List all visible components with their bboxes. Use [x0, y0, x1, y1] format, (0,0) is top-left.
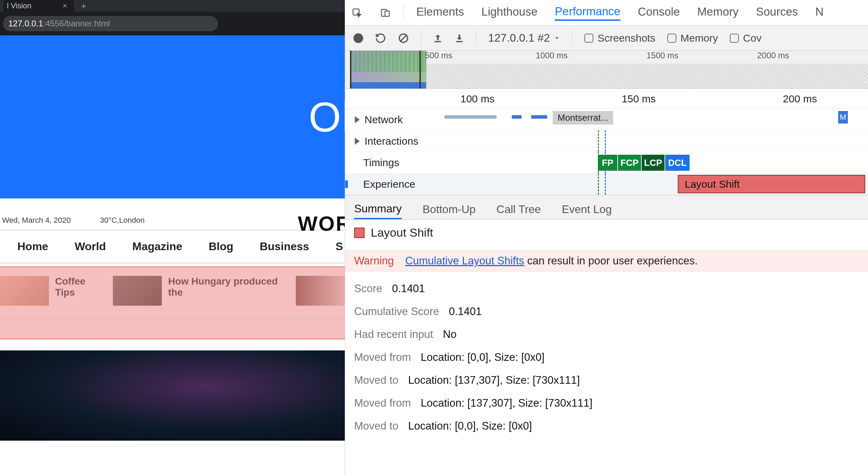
detail-tab-summary[interactable]: Summary	[354, 202, 402, 219]
marker-dcl[interactable]: DCL	[665, 155, 690, 171]
nav-item-home[interactable]: Home	[17, 240, 48, 253]
ruler-tick: 500 ms	[425, 51, 536, 64]
browser-tab[interactable]: l Vision ×	[3, 0, 74, 12]
kv-row: Moved toLocation: [0,0], Size: [0x0]	[354, 420, 859, 432]
kv-row: Score0.1401	[354, 282, 859, 295]
nav-item-blog[interactable]: Blog	[209, 240, 233, 253]
separator	[421, 31, 421, 45]
detail-tab-event-log[interactable]: Event Log	[562, 203, 612, 219]
tab-console[interactable]: Console	[638, 5, 680, 20]
svg-rect-4	[435, 41, 441, 42]
upload-icon[interactable]	[433, 33, 443, 43]
track-interactions[interactable]: Interactions	[345, 130, 868, 152]
details-pane: Layout Shift Warning Cumulative Layout S…	[345, 220, 868, 439]
separator	[476, 31, 476, 45]
tab-elements[interactable]: Elements	[416, 5, 464, 20]
details-heading: Layout Shift	[354, 226, 859, 239]
details-title: Layout Shift	[371, 226, 433, 239]
network-resource-short[interactable]: M	[838, 111, 848, 124]
timing-vline	[605, 130, 606, 152]
weather-location: 30°C,London	[100, 216, 145, 225]
tab-memory[interactable]: Memory	[697, 5, 738, 20]
perf-toolbar: 127.0.0.1 #2 Screenshots Memory Cov	[345, 26, 868, 51]
ruler-tick: 1000 ms	[536, 51, 646, 64]
browser-window: l Vision × + 127.0.0.1:4556/banner.html …	[0, 0, 345, 475]
track-experience[interactable]: Experience Layout Shift	[345, 173, 868, 195]
close-icon[interactable]: ×	[63, 1, 67, 10]
timing-vline	[598, 130, 599, 152]
flamechart: 100 ms 150 ms 200 ms Network Montserrat.…	[345, 89, 868, 195]
warning-row: Warning Cumulative Layout Shifts can res…	[345, 250, 868, 272]
svg-rect-2	[385, 11, 390, 16]
inspect-icon[interactable]	[351, 8, 362, 18]
profile-select[interactable]: 127.0.0.1 #2	[488, 32, 560, 44]
track-timings[interactable]: Timings FP FCP LCP DCL	[345, 152, 868, 173]
network-segment[interactable]	[512, 115, 521, 119]
coverage-checkbox[interactable]: Cov	[730, 32, 761, 44]
ruler-tick: 150 ms	[621, 93, 656, 105]
warning-link[interactable]: Cumulative Layout Shifts	[405, 255, 524, 267]
tab-lighthouse[interactable]: Lighthouse	[482, 5, 537, 20]
story-thumb	[0, 276, 49, 306]
marker-fcp[interactable]: FCP	[618, 155, 641, 171]
warning-label: Warning	[354, 255, 394, 267]
track-selected-indicator	[345, 180, 348, 188]
kv-row: Had recent inputNo	[354, 328, 859, 341]
page-viewport: Oh Wed, March 4, 2020 30°C,London WORL H…	[0, 35, 345, 441]
devtools-panel: Elements Lighthouse Performance Console …	[345, 0, 868, 475]
record-button[interactable]	[353, 33, 363, 43]
profile-label: 127.0.0.1 #2	[488, 32, 550, 44]
layout-shift-event[interactable]: Layout Shift	[678, 175, 865, 193]
detail-tab-call-tree[interactable]: Call Tree	[496, 203, 541, 219]
kv-row: Moved fromLocation: [137,307], Size: [73…	[354, 397, 859, 409]
tab-performance[interactable]: Performance	[555, 5, 620, 21]
story-item[interactable]: Coffee Tips	[0, 276, 105, 306]
story-thumb	[296, 276, 345, 306]
ruler-tick: 100 ms	[460, 93, 494, 105]
track-network[interactable]: Network Montserrat... M	[345, 109, 868, 130]
date-bar: Wed, March 4, 2020 30°C,London WORL	[0, 198, 345, 230]
overview-ruler: 500 ms 1000 ms 1500 ms 2000 ms	[425, 51, 868, 64]
overview-range-handle-right[interactable]	[419, 51, 421, 88]
story-title: Coffee Tips	[55, 276, 105, 298]
timing-vline	[598, 173, 599, 195]
stories-strip: Coffee Tips How Hungary produced the	[0, 263, 345, 320]
story-item[interactable]: How Hungary produced the	[113, 276, 287, 306]
overview-minimap[interactable]	[350, 51, 426, 89]
kv-row: Moved toLocation: [137,307], Size: [730x…	[354, 374, 859, 387]
nav-item-business[interactable]: Business	[260, 240, 309, 253]
tab-more[interactable]: N	[815, 5, 824, 20]
nav-item-magazine[interactable]: Magazine	[132, 240, 182, 253]
perf-overview[interactable]: 500 ms 1000 ms 1500 ms 2000 ms	[345, 51, 868, 89]
chevron-right-icon[interactable]	[355, 138, 360, 145]
overview-range-handle-left[interactable]	[350, 51, 351, 88]
network-segment[interactable]	[444, 115, 496, 119]
banner-text: Oh	[309, 93, 345, 141]
new-tab-button[interactable]: +	[81, 1, 86, 11]
warning-tail: can result in poor user experiences.	[524, 255, 698, 267]
memory-checkbox[interactable]: Memory	[667, 32, 718, 44]
address-path: :4556/banner.html	[43, 19, 110, 28]
marker-fp[interactable]: FP	[598, 155, 617, 171]
tab-sources[interactable]: Sources	[756, 5, 798, 20]
marker-lcp[interactable]: LCP	[642, 155, 665, 171]
device-toggle-icon[interactable]	[380, 8, 391, 18]
kv-row: Cumulative Score0.1401	[354, 305, 859, 318]
download-icon[interactable]	[454, 33, 464, 43]
network-segment[interactable]	[531, 115, 547, 119]
reload-icon[interactable]	[375, 33, 386, 44]
feature-image	[0, 350, 345, 441]
clear-icon[interactable]	[398, 33, 409, 44]
detail-tab-bottom-up[interactable]: Bottom-Up	[423, 203, 476, 219]
screenshots-checkbox[interactable]: Screenshots	[584, 32, 656, 44]
address-host: 127.0.0.1	[8, 19, 43, 28]
nav-item-world[interactable]: World	[75, 240, 106, 253]
chevron-down-icon	[553, 35, 560, 42]
network-resource[interactable]: Montserrat...	[553, 111, 613, 125]
address-bar: 127.0.0.1:4556/banner.html	[0, 12, 345, 35]
address-input[interactable]: 127.0.0.1:4556/banner.html	[3, 16, 218, 31]
nav-item-extra[interactable]: S	[335, 240, 343, 253]
story-title: How Hungary produced the	[168, 276, 287, 298]
chevron-right-icon[interactable]	[355, 116, 360, 123]
current-date: Wed, March 4, 2020	[2, 216, 71, 225]
